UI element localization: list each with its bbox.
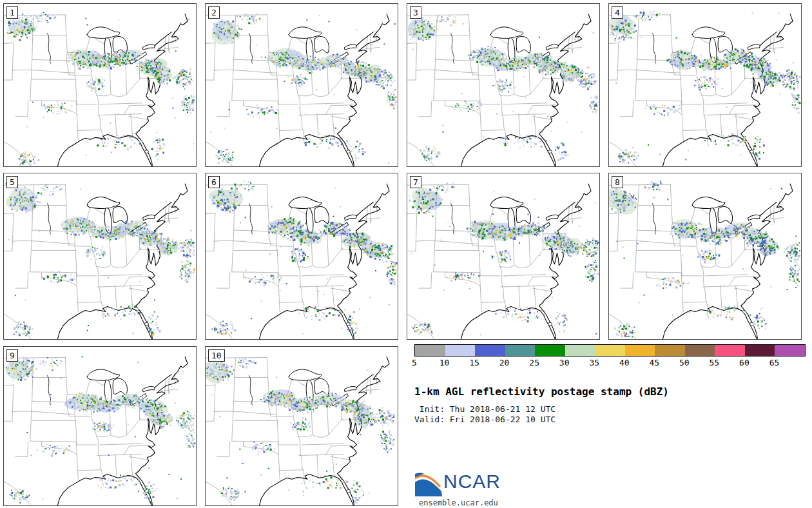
map-panel-member-6: 6 xyxy=(205,173,398,340)
colorbar-tick-label: 40 xyxy=(619,358,630,367)
colorbar-segment xyxy=(535,345,565,356)
map-panel-member-1: 1 xyxy=(3,3,197,167)
member-number-label: 9 xyxy=(6,349,18,362)
colorbar-segment xyxy=(595,345,625,356)
colorbar-segment xyxy=(445,345,476,356)
colorbar-tick-label: 30 xyxy=(559,358,570,367)
colorbar-segment xyxy=(775,345,805,356)
map-panel-member-4: 4 xyxy=(608,3,802,167)
map-panel-member-3: 3 xyxy=(407,3,600,167)
map-panel-member-5: 5 xyxy=(3,173,197,340)
member-number-label: 3 xyxy=(410,6,421,19)
map-panel-member-10: 10 xyxy=(205,346,398,506)
colorbar-tick-label: 10 xyxy=(440,358,450,367)
colorbar-tick-label: 45 xyxy=(649,358,659,367)
member-number-label: 10 xyxy=(208,349,225,362)
colorbar-segment xyxy=(745,345,775,356)
colorbar-tick-label: 15 xyxy=(469,358,479,367)
reflectivity-map xyxy=(206,4,398,166)
reflectivity-map xyxy=(4,173,196,339)
member-number-label: 1 xyxy=(6,6,18,19)
reflectivity-map xyxy=(407,173,599,339)
map-panel-member-2: 2 xyxy=(205,3,398,167)
colorbar-segment xyxy=(565,345,595,356)
reflectivity-map xyxy=(4,347,196,505)
reflectivity-colorbar xyxy=(414,344,806,357)
reflectivity-map xyxy=(206,173,398,339)
colorbar-segment xyxy=(505,345,536,356)
map-panel-member-8: 8 xyxy=(608,173,802,340)
colorbar-tick-label: 50 xyxy=(679,358,690,367)
member-number-label: 4 xyxy=(612,6,623,19)
reflectivity-map xyxy=(609,4,801,166)
member-number-label: 8 xyxy=(612,176,623,188)
reflectivity-map xyxy=(4,4,196,166)
reflectivity-map xyxy=(609,173,801,339)
figure-title: 1-km AGL reflectivity postage stamp (dBZ… xyxy=(414,386,669,398)
map-panel-member-7: 7 xyxy=(407,173,600,340)
reflectivity-map xyxy=(407,4,599,166)
member-number-label: 5 xyxy=(6,176,18,188)
colorbar-tick-label: 25 xyxy=(529,358,539,367)
init-time-label: Init: Thu 2018-06-21 12 UTC xyxy=(414,404,556,414)
member-number-label: 2 xyxy=(208,6,220,19)
map-panel-member-9: 9 xyxy=(3,346,197,506)
ensemble-site-url: ensemble.ucar.edu xyxy=(419,498,498,507)
colorbar-tick-label: 60 xyxy=(739,358,749,367)
colorbar-tick-labels: 5101520253035404550556065 xyxy=(414,358,804,368)
colorbar-segment xyxy=(415,345,445,356)
ncar-swoosh-icon xyxy=(415,472,443,498)
colorbar-segment xyxy=(715,345,745,356)
colorbar-tick-label: 65 xyxy=(769,358,780,367)
member-number-label: 6 xyxy=(208,176,220,188)
valid-time-label: Valid: Fri 2018-06-22 10 UTC xyxy=(414,415,556,424)
colorbar-tick-label: 55 xyxy=(710,358,720,367)
colorbar-segment xyxy=(475,345,505,356)
colorbar-segment xyxy=(655,345,685,356)
colorbar-segment xyxy=(685,345,715,356)
member-number-label: 7 xyxy=(410,176,421,188)
colorbar-tick-label: 5 xyxy=(412,358,417,367)
colorbar-tick-label: 35 xyxy=(589,358,599,367)
colorbar-tick-label: 20 xyxy=(499,358,510,367)
reflectivity-map xyxy=(206,347,398,505)
reflectivity-postage-stamp-figure: 1 2 3 4 5 6 7 8 xyxy=(0,0,812,508)
colorbar-segment xyxy=(625,345,655,356)
ncar-logo-text: NCAR xyxy=(443,471,501,493)
